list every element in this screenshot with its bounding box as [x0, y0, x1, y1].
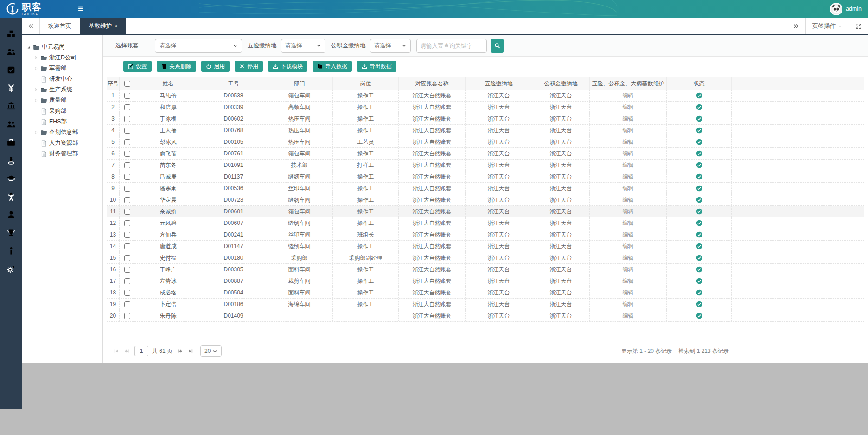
row-checkbox[interactable] [124, 243, 130, 249]
power-button[interactable]: 启用 [201, 61, 230, 72]
account-select[interactable]: 请选择 [155, 39, 242, 53]
tree-caret-collapsed-icon[interactable] [33, 130, 38, 134]
fullscreen-toggle-button[interactable] [849, 18, 868, 34]
row-checkbox[interactable] [124, 232, 130, 238]
info-icon[interactable] [7, 247, 15, 255]
edit-link[interactable]: 编辑 [623, 150, 634, 158]
search-button[interactable] [491, 39, 504, 53]
edit-link[interactable]: 编辑 [623, 185, 634, 192]
close-button[interactable]: 停用 [235, 61, 263, 72]
bank-icon[interactable] [7, 102, 15, 110]
avatar[interactable] [830, 3, 842, 15]
trophy-icon[interactable] [7, 229, 15, 237]
row-checkbox[interactable] [124, 278, 130, 284]
tree-caret-expanded-icon[interactable] [26, 45, 31, 49]
check-square-icon[interactable] [7, 66, 15, 74]
tree-node[interactable]: 企划信息部 [26, 127, 101, 138]
current-page-box[interactable]: 1 [134, 346, 148, 356]
row-checkbox[interactable] [124, 209, 130, 215]
tree-caret-collapsed-icon[interactable] [33, 56, 38, 60]
search-input[interactable] [416, 39, 487, 53]
row-checkbox[interactable] [124, 128, 130, 134]
edit-link[interactable]: 编辑 [623, 127, 634, 134]
edit-link[interactable]: 编辑 [623, 208, 634, 216]
edit-link[interactable]: 编辑 [623, 103, 634, 111]
edit-link[interactable]: 编辑 [623, 301, 634, 308]
tab-base-maintenance[interactable]: 基数维护 × [80, 18, 126, 34]
tab-close-icon[interactable]: × [115, 23, 117, 29]
graduation-cap-icon[interactable] [7, 174, 15, 183]
tabs-scroll-left-button[interactable] [22, 18, 40, 34]
row-checkbox[interactable] [124, 116, 130, 122]
tree-caret-collapsed-icon[interactable] [33, 88, 38, 92]
row-checkbox[interactable] [124, 139, 130, 145]
edit-link[interactable]: 编辑 [623, 196, 634, 204]
row-checkbox[interactable] [124, 151, 130, 157]
row-checkbox[interactable] [124, 197, 130, 203]
yen-icon[interactable] [7, 84, 15, 92]
row-checkbox[interactable] [124, 220, 130, 226]
edit-link[interactable]: 编辑 [623, 254, 634, 262]
team2-icon[interactable] [7, 120, 15, 128]
previous-page-button[interactable] [121, 346, 132, 356]
cubes-icon[interactable] [7, 30, 15, 38]
edit-button[interactable]: 设置 [123, 61, 152, 72]
tree-node[interactable]: EHS部 [26, 116, 101, 127]
edit-link[interactable]: 编辑 [623, 92, 634, 100]
row-checkbox[interactable] [124, 290, 130, 296]
download-button[interactable]: 下载模块 [268, 61, 307, 72]
tree-node[interactable]: 采购部 [26, 106, 101, 116]
edit-link[interactable]: 编辑 [623, 138, 634, 146]
tree-node[interactable]: 人力资源部 [26, 138, 101, 148]
edit-link[interactable]: 编辑 [623, 266, 634, 274]
tree-node[interactable]: 研发中心 [26, 74, 101, 84]
edit-link[interactable]: 编辑 [623, 219, 634, 227]
tree-node[interactable]: 浙江D公司 [26, 52, 101, 63]
row-checkbox[interactable] [124, 162, 130, 168]
insurance-select[interactable]: 请选择 [281, 39, 326, 53]
edit-link[interactable]: 编辑 [623, 115, 634, 123]
export-button[interactable]: 导出数据 [357, 61, 396, 72]
hamburger-icon[interactable]: ≡ [78, 0, 83, 18]
page-size-select[interactable]: 20 [200, 345, 222, 357]
tree-node[interactable]: 生产系统 [26, 84, 101, 95]
edit-link[interactable]: 编辑 [623, 277, 634, 285]
team-icon[interactable] [7, 48, 15, 56]
edit-link[interactable]: 编辑 [623, 161, 634, 169]
user-icon[interactable] [7, 211, 15, 219]
edit-link[interactable]: 编辑 [623, 243, 634, 250]
edit-link[interactable]: 编辑 [623, 289, 634, 297]
briefcase-icon[interactable] [7, 138, 15, 147]
next-page-button[interactable] [175, 346, 185, 356]
edit-link[interactable]: 编辑 [623, 173, 634, 181]
import-button[interactable]: 导入数据 [313, 61, 352, 72]
username-label[interactable]: admin [846, 6, 862, 12]
select-all-checkbox[interactable] [124, 81, 130, 87]
street-view-icon[interactable] [7, 156, 15, 165]
last-page-button[interactable] [185, 346, 196, 356]
cogs-icon[interactable] [7, 265, 15, 273]
tree-node[interactable]: 质量部 [26, 95, 101, 106]
edit-link[interactable]: 编辑 [623, 312, 634, 320]
tabs-scroll-right-button[interactable] [786, 18, 805, 34]
tab-operations-dropdown[interactable]: 页签操作 [805, 18, 849, 34]
row-checkbox[interactable] [124, 104, 130, 110]
tree-caret-collapsed-icon[interactable] [33, 98, 38, 102]
edit-link[interactable]: 编辑 [623, 231, 634, 239]
row-checkbox[interactable] [124, 255, 130, 261]
first-page-button[interactable] [111, 346, 121, 356]
child-icon[interactable] [7, 192, 15, 201]
row-checkbox[interactable] [124, 93, 130, 99]
row-checkbox[interactable] [124, 301, 130, 307]
tree-node[interactable]: 财务管理部 [26, 148, 101, 159]
tab-welcome[interactable]: 欢迎首页 [40, 18, 80, 34]
tree-caret-collapsed-icon[interactable] [33, 66, 38, 70]
row-checkbox[interactable] [124, 186, 130, 192]
tree-node[interactable]: 军需部 [26, 63, 101, 74]
row-checkbox[interactable] [124, 174, 130, 180]
fund-select[interactable]: 请选择 [370, 39, 411, 53]
row-checkbox[interactable] [124, 313, 130, 319]
row-checkbox[interactable] [124, 267, 130, 273]
trash-button[interactable]: 关系删除 [157, 61, 196, 72]
tree-node[interactable]: 中元易尚 [26, 42, 101, 52]
